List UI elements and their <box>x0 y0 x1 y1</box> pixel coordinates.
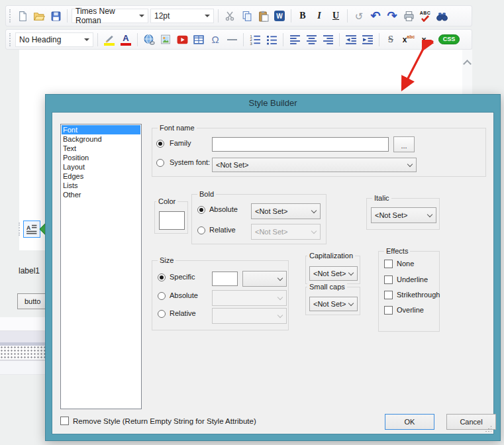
omega-icon: Ω <box>211 34 219 44</box>
bold-relative-radio[interactable] <box>197 226 205 234</box>
size-specific-label: Specific <box>170 273 195 281</box>
ok-button[interactable]: OK <box>385 414 434 430</box>
cut-button[interactable] <box>223 9 237 23</box>
print-button[interactable] <box>401 9 416 23</box>
bold-absolute-radio[interactable] <box>197 206 205 214</box>
insert-image-button[interactable] <box>158 32 173 47</box>
annotation-arrow <box>396 40 433 91</box>
size-group: Size Specific Absolute Relative <box>152 260 289 330</box>
toolbar-grip[interactable] <box>9 9 11 23</box>
family-radio[interactable] <box>156 140 164 148</box>
capitalization-value: <Not Set> <box>313 270 346 277</box>
align-right-button[interactable] <box>321 32 335 47</box>
find-button[interactable] <box>434 9 449 23</box>
capitalization-combo[interactable]: <Not Set> <box>309 266 358 281</box>
category-listbox[interactable]: Font Background Text Position Layout Edg… <box>60 124 142 409</box>
category-item-other[interactable]: Other <box>62 190 140 199</box>
size-absolute-combo <box>212 290 287 306</box>
bold-relative-value: <Not Set> <box>255 228 288 236</box>
system-font-radio[interactable] <box>156 159 164 167</box>
numbered-list-button[interactable]: 1 2 3 <box>248 32 262 47</box>
insert-video-button[interactable] <box>175 32 189 47</box>
small-caps-combo[interactable]: <Not Set> <box>309 297 358 311</box>
browse-font-button[interactable]: ... <box>393 136 415 152</box>
effect-none-checkbox[interactable] <box>384 260 393 268</box>
effect-overline-checkbox[interactable] <box>384 306 393 315</box>
designer-tray-stripe <box>0 361 48 375</box>
effect-underline-label: Underline <box>397 275 428 283</box>
word-icon: W <box>274 11 285 21</box>
size-specific-radio[interactable] <box>158 273 166 281</box>
font-family-combo[interactable]: Times New Roman <box>72 9 148 23</box>
category-item-position[interactable]: Position <box>62 153 140 162</box>
bullet-list-button[interactable] <box>264 32 279 47</box>
indent-button[interactable] <box>360 32 375 47</box>
small-caps-value: <Not Set> <box>313 300 346 308</box>
category-item-lists[interactable]: Lists <box>62 181 140 190</box>
paste-clipboard-icon <box>258 11 269 22</box>
remove-style-checkbox[interactable] <box>60 417 69 425</box>
category-item-text[interactable]: Text <box>62 144 140 153</box>
new-document-button[interactable] <box>15 9 30 23</box>
paste-button[interactable] <box>256 9 270 23</box>
heading-combo[interactable]: No Heading <box>15 32 93 47</box>
insert-table-button[interactable] <box>191 32 206 47</box>
bold-button[interactable]: B <box>295 9 310 23</box>
bold-absolute-value: <Not Set> <box>255 207 288 215</box>
size-absolute-radio[interactable] <box>158 292 166 300</box>
effect-strikethrough-checkbox[interactable] <box>384 291 393 299</box>
bold-absolute-combo[interactable]: <Not Set> <box>251 203 321 219</box>
css-style-button[interactable]: CSS <box>438 32 460 47</box>
refresh-button[interactable]: ↺ <box>352 9 366 23</box>
cancel-button[interactable]: Cancel <box>446 414 496 430</box>
horizontal-rule-button[interactable] <box>225 32 239 47</box>
special-char-button[interactable]: Ω <box>208 32 223 47</box>
category-item-edges[interactable]: Edges <box>62 172 140 181</box>
size-relative-radio[interactable] <box>158 310 166 318</box>
align-center-button[interactable] <box>304 32 319 47</box>
find-binoculars-icon <box>436 11 448 22</box>
save-button[interactable] <box>48 9 63 23</box>
toolbar-separator <box>339 33 340 46</box>
redo-button[interactable]: ↷ <box>385 9 399 23</box>
designer-tray-dotted-stripe <box>0 346 48 360</box>
undo-button[interactable]: ↶ <box>368 9 383 23</box>
system-font-combo[interactable]: <Not Set> <box>212 158 417 172</box>
effect-none-label: None <box>397 260 414 268</box>
effect-underline-checkbox[interactable] <box>384 275 393 284</box>
horizontal-rule-icon <box>227 39 237 40</box>
spellcheck-button[interactable]: ABC <box>418 9 432 23</box>
size-unit-combo[interactable] <box>242 271 287 287</box>
insert-link-button[interactable] <box>142 32 156 47</box>
undo-icon: ↶ <box>370 10 380 22</box>
font-color-button[interactable]: A <box>119 32 133 47</box>
size-legend: Size <box>158 256 176 265</box>
category-item-font[interactable]: Font <box>62 125 140 134</box>
color-swatch-button[interactable] <box>159 211 185 230</box>
align-left-button[interactable] <box>287 32 302 47</box>
toolbar-separator <box>97 33 98 46</box>
size-specific-input[interactable] <box>212 272 238 286</box>
svg-text:A: A <box>26 224 30 231</box>
category-item-layout[interactable]: Layout <box>62 162 140 172</box>
toolbar-grip[interactable] <box>19 222 21 236</box>
outdent-button[interactable] <box>344 32 358 47</box>
underline-button[interactable]: U <box>328 9 343 23</box>
designer-tray-stripe <box>0 331 48 342</box>
italic-legend: Italic <box>372 193 391 203</box>
paste-from-word-button[interactable]: W <box>272 9 287 23</box>
family-input[interactable] <box>212 137 389 152</box>
paragraph-style-button[interactable]: A <box>23 221 40 238</box>
copy-button[interactable] <box>239 9 254 23</box>
toolbar-grip[interactable] <box>9 33 11 46</box>
italic-combo[interactable]: <Not Set> <box>371 207 436 223</box>
combo-chevron-icon <box>277 312 283 317</box>
category-item-background[interactable]: Background <box>62 134 140 144</box>
highlight-button[interactable] <box>102 32 117 47</box>
open-file-button[interactable] <box>32 9 46 23</box>
cut-scissors-icon <box>225 11 235 21</box>
app-window: Times New Roman 12pt <box>0 0 504 445</box>
designer-label1: label1 <box>19 266 40 275</box>
font-size-combo[interactable]: 12pt <box>150 9 214 23</box>
italic-button[interactable]: I <box>312 9 327 23</box>
